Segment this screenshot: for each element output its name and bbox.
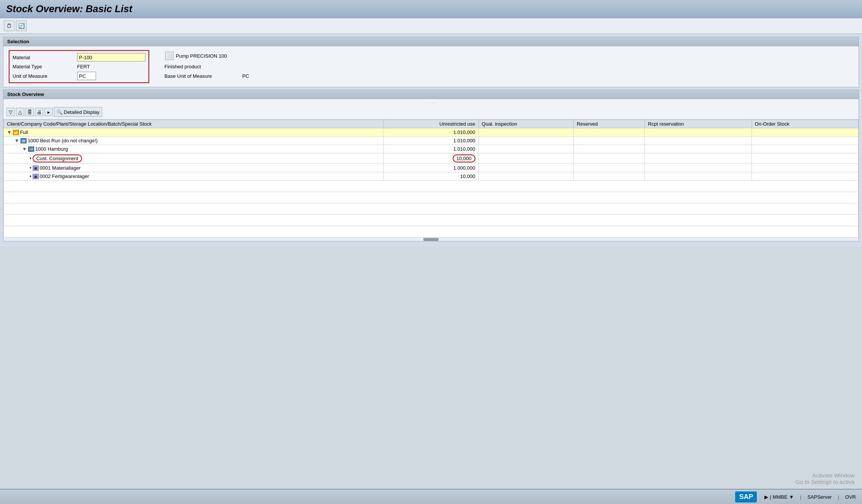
page-title: Stock Overview: Basic List [6,3,856,15]
col-header-rcpt: Rcpt reservation [645,120,751,128]
stock-table: Client/Company Code/Plant/Storage Locati… [3,120,859,238]
more-btn[interactable]: ▸ [44,108,53,116]
onorder-0001 [751,164,858,172]
detailed-display-btn[interactable]: 🔍 Detailed Display [54,107,102,117]
main-content: Selection Material Material Type FERT [0,34,862,247]
col-header-reserved: Reserved [573,120,645,128]
table-row: • ▦ 0002 Fertigwarenlager 10,000 [4,172,859,181]
onorder-hamburg [751,145,858,153]
save-icon: 🗄 [27,109,32,115]
save-btn[interactable]: 🗄 [25,108,34,116]
col-header-qual: Qual. inspection [478,120,573,128]
selection-content: Material Material Type FERT Unit of Meas… [3,46,859,87]
toolbar-btn-1[interactable]: 🗒 [4,20,14,31]
material-type-value: FERT [77,64,90,69]
storage-icon: ▦ [33,174,39,179]
selection-red-box: Material Material Type FERT Unit of Meas… [9,50,149,83]
rcpt-1000 [645,137,751,145]
col-header-onorder: On-Order Stock [751,120,858,128]
0002-label: 0002 Fertigwarenlager [40,173,89,179]
unrestricted-1000: 1.010,000 [384,137,478,145]
base-uom-label: Base Unit of Measure [164,73,212,79]
dots-divider: ..... [3,99,859,105]
status-bar: SAP ▶ | MMBE ▼ | SAPServer | OVR [0,489,862,504]
material-input[interactable] [77,53,145,61]
search-icon: ⬜ [167,54,172,58]
qual-0002 [478,172,573,181]
expand-icon: ▼ [7,129,12,135]
stock-table-container: Client/Company Code/Plant/Storage Locati… [3,120,859,241]
unrestricted-0002: 10,000 [384,172,478,181]
rcpt-0001 [645,164,751,172]
tree-cell-consignment: • Cust. Consignment [4,153,384,164]
reserved-hamburg [573,145,645,153]
material-type-label: Material Type [13,64,73,69]
material-search-btn[interactable]: ⬜ [165,52,174,60]
stock-overview-section: Stock Overview ..... ▽ △ 🗄 🖨 ▸ 🔍 [3,90,859,241]
sap-logo: SAP [735,491,757,502]
uom-input[interactable] [77,72,96,80]
bullet-icon: • [30,173,32,179]
tree-cell-1000: ▼ 🏢 1000 Best Run (do not change!) [4,137,384,145]
tree-cell-0001: • ▦ 0001 Materiallager [4,164,384,172]
scroll-thumb[interactable] [423,238,439,241]
transaction-value: MMBE [773,494,788,500]
material-label: Material [13,55,73,60]
folder-icon: 📁 [13,130,19,135]
qual-consignment [478,153,573,164]
reserved-0001 [573,164,645,172]
detail-icon: 🔍 [57,109,63,115]
unrestricted-consignment: 10,000 [384,153,478,164]
onorder-consignment [751,153,858,164]
material-type-desc-text: Finished product [164,64,201,69]
table-row-empty [4,181,859,192]
col-header-unrestricted: Unrestricted use [384,120,478,128]
info-column: ⬜ Pump PRECISION 100 Finished product Ba… [164,50,249,79]
col-header-tree: Client/Company Code/Plant/Storage Locati… [4,120,384,128]
company-icon: 🏢 [21,138,27,143]
reserved-1000 [573,137,645,145]
table-row: ▼ 🏢 1000 Best Run (do not change!) 1.010… [4,137,859,145]
qual-1000 [478,137,573,145]
expand-icon: ▼ [14,138,19,143]
filter-up-btn[interactable]: △ [16,108,24,116]
activate-watermark: Activate Window Go to Settings to activa [796,472,854,485]
table-row: ▼ 🏭 1000 Hamburg 1.010,000 [4,145,859,153]
transaction-label: | [770,494,771,500]
dropdown-icon: ▼ [789,494,794,500]
filter-up-icon: △ [18,109,22,115]
tree-cell-full: ▼ 📁 Full [4,128,384,137]
toolbar-btn-2[interactable]: 🔄 [16,20,27,31]
status-items: ▶ | MMBE ▼ | SAPServer | OVR [764,494,856,500]
qual-0001 [478,164,573,172]
storage-icon: ▦ [33,165,39,171]
rcpt-full [645,128,751,137]
bullet-icon: • [30,156,32,161]
reserved-0002 [573,172,645,181]
more-icon: ▸ [47,109,50,115]
print-btn[interactable]: 🖨 [35,108,43,116]
onorder-0002 [751,172,858,181]
base-uom-value: PC [242,73,249,79]
rcpt-consignment [645,153,751,164]
filter-down-btn[interactable]: ▽ [6,108,15,116]
unrestricted-full: 1.010,000 [384,128,478,137]
tree-cell-0002: • ▦ 0002 Fertigwarenlager [4,172,384,181]
detailed-display-label: Detailed Display [64,109,99,115]
consignment-label: Cust. Consignment [33,154,82,162]
uom-label: Unit of Measure [13,73,73,79]
qual-full [478,128,573,137]
table-row: ▼ 📁 Full 1.010,000 [4,128,859,137]
transaction-btn[interactable]: ▶ | MMBE ▼ [764,494,794,500]
print-icon: 🖨 [37,109,42,115]
main-toolbar: 🗒 🔄 [0,18,862,34]
tree-cell-hamburg: ▼ 🏭 1000 Hamburg [4,145,384,153]
table-row-empty [4,203,859,215]
unrestricted-hamburg: 1.010,000 [384,145,478,153]
bullet-icon: • [30,165,32,171]
1000-label: 1000 Best Run (do not change!) [28,138,98,143]
0001-label: 0001 Materiallager [40,165,81,171]
refresh-icon: 🔄 [18,23,25,29]
material-desc: Pump PRECISION 100 [176,53,227,59]
table-row: • ▦ 0001 Materiallager 1.000,000 [4,164,859,172]
